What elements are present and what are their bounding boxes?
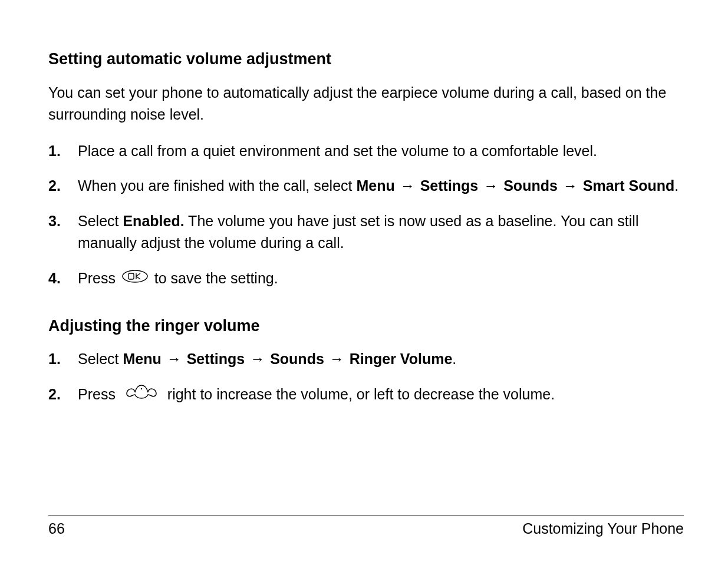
svg-rect-1 [129, 273, 134, 279]
navigation-key-icon [123, 383, 160, 406]
step-text: When you are finished with the call, sel… [78, 175, 684, 197]
step-text: Place a call from a quiet environment an… [78, 140, 684, 163]
list-item: 3. Select Enabled. The volume you have j… [48, 210, 684, 254]
svg-point-0 [123, 270, 147, 282]
step-number: 1. [48, 140, 78, 163]
steps-list-1: 1. Place a call from a quiet environment… [48, 140, 684, 290]
step-number: 1. [48, 348, 78, 371]
step-text: Press to save the setting. [78, 267, 684, 290]
svg-point-2 [141, 388, 142, 389]
step-number: 4. [48, 267, 78, 290]
steps-list-2: 1. Select Menu → Settings → Sounds → Rin… [48, 348, 684, 406]
heading-auto-volume: Setting automatic volume adjustment [48, 47, 684, 71]
list-item: 2. Press right to increase the volume, o… [48, 384, 684, 407]
list-item: 1. Select Menu → Settings → Sounds → Rin… [48, 348, 684, 371]
page-number: 66 [48, 520, 65, 537]
page-content: Setting automatic volume adjustment You … [48, 47, 684, 406]
step-number: 2. [48, 175, 78, 197]
ok-button-icon [122, 267, 148, 289]
heading-ringer-volume: Adjusting the ringer volume [48, 314, 684, 338]
step-text: Press right to increase the volume, or l… [78, 384, 684, 407]
list-item: 4. Press to save the setting. [48, 267, 684, 290]
page-footer: 66 Customizing Your Phone [48, 515, 684, 537]
list-item: 1. Place a call from a quiet environment… [48, 140, 684, 163]
chapter-title: Customizing Your Phone [522, 520, 684, 537]
step-text: Select Enabled. The volume you have just… [78, 210, 684, 254]
list-item: 2. When you are finished with the call, … [48, 175, 684, 197]
intro-paragraph: You can set your phone to automatically … [48, 82, 684, 126]
step-text: Select Menu → Settings → Sounds → Ringer… [78, 348, 684, 371]
step-number: 2. [48, 384, 78, 407]
step-number: 3. [48, 210, 78, 254]
